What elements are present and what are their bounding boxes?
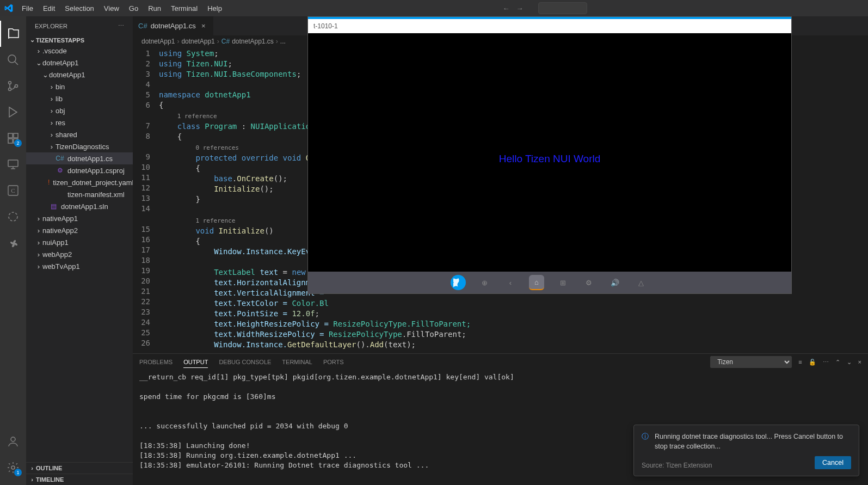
menu-run[interactable]: Run [144, 2, 165, 15]
timeline-section[interactable]: ›TIMELINE [26, 474, 133, 485]
settings-badge: 1 [14, 469, 22, 476]
panel-lock-icon[interactable]: 🔓 [809, 359, 816, 366]
csproj-icon: ⚙ [56, 166, 64, 175]
menu-file[interactable]: File [17, 2, 38, 15]
menu-go[interactable]: Go [125, 2, 143, 15]
tree-item-nuiapp1[interactable]: ›nuiApp1 [26, 236, 133, 248]
svg-text:C: C [11, 187, 15, 194]
svg-rect-8 [8, 160, 18, 167]
xml-icon [56, 190, 64, 199]
tree-item-tizendiagnostics[interactable]: ›TizenDiagnostics [26, 140, 133, 152]
cancel-button[interactable]: Cancel [815, 456, 851, 469]
tree-item-nativeapp1[interactable]: ›nativeApp1 [26, 212, 133, 224]
panel-filter-icon[interactable]: ≡ [798, 359, 802, 365]
panel-tab-debug[interactable]: DEBUG CONSOLE [219, 357, 271, 367]
panel-close-icon[interactable]: × [858, 359, 861, 365]
tree-item-dotnetapp1-cs[interactable]: C#dotnetApp1.cs [26, 152, 133, 164]
tree-item-dotnetapp1-sln[interactable]: ▤dotnetApp1.sln [26, 200, 133, 212]
info-icon: ⓘ [642, 432, 650, 452]
tree-item-nativeapp2[interactable]: ›nativeApp2 [26, 224, 133, 236]
tree-item-bin[interactable]: ›bin [26, 81, 133, 93]
svg-point-13 [11, 466, 15, 469]
panel-tab-terminal[interactable]: TERMINAL [282, 357, 312, 367]
taskbar-notification-icon[interactable]: △ [633, 275, 649, 290]
emulator-screen: Hello Tizen NUI World ⊕ ‹ ⌂ ⊞ ⚙ 🔊 △ [308, 33, 791, 293]
taskbar-settings-icon[interactable]: ⚙ [581, 275, 596, 290]
nav-arrows: ← → [502, 4, 523, 13]
tree-item-dotnetapp1[interactable]: ⌄dotnetApp1 [26, 57, 133, 69]
tree-item-webtvapp1[interactable]: ›webTvApp1 [26, 260, 133, 272]
svg-rect-5 [14, 133, 18, 138]
tree-item-webapp2[interactable]: ›webApp2 [26, 248, 133, 260]
panel-tab-output[interactable]: OUTPUT [183, 357, 208, 368]
output-channel-select[interactable]: Tizen [710, 356, 792, 368]
notification-toast: ⓘ Running dotnet trace diagnostics tool.… [633, 425, 859, 477]
panel-more-icon[interactable]: ⋯ [823, 359, 829, 366]
tree-item--vscode[interactable]: ›.vscode [26, 45, 133, 57]
tree-item-tizen-manifest-xml[interactable]: tizen-manifest.xml [26, 188, 133, 200]
tree-item-shared[interactable]: ›shared [26, 128, 133, 140]
tree-item-dotnetapp1-csproj[interactable]: ⚙dotnetApp1.csproj [26, 164, 133, 176]
taskbar-volume-icon[interactable]: 🔊 [607, 275, 623, 290]
activity-account[interactable] [0, 428, 26, 455]
notification-message: Running dotnet trace diagnostics tool...… [655, 432, 851, 452]
tab-dotnetapp1[interactable]: C# dotnetApp1.cs × [133, 16, 214, 35]
panel-maximize-icon[interactable]: ⌃ [835, 359, 840, 366]
menu-terminal[interactable]: Terminal [167, 2, 202, 15]
explorer-more-icon[interactable]: ⋯ [118, 22, 124, 29]
tree-item-obj[interactable]: ›obj [26, 105, 133, 116]
svg-point-0 [8, 55, 16, 63]
yaml-icon: ! [48, 178, 50, 187]
nav-forward-icon[interactable]: → [516, 4, 523, 13]
notification-source: Source: Tizen Extension [642, 462, 712, 469]
emulator-window[interactable]: t-1010-1 Hello Tizen NUI World ⊕ ‹ ⌂ ⊞ ⚙… [307, 16, 792, 294]
tree-item-dotnetapp1[interactable]: ⌄dotnetApp1 [26, 69, 133, 81]
explorer-sidebar: EXPLORER ⋯ ⌄TIZENTESTAPPS ›.vscode⌄dotne… [26, 16, 133, 485]
activity-run-debug[interactable] [0, 99, 26, 125]
emulator-taskbar: ⊕ ‹ ⌂ ⊞ ⚙ 🔊 △ [308, 272, 791, 293]
activity-remote[interactable] [0, 151, 26, 177]
panel-tab-ports[interactable]: PORTS [323, 357, 344, 367]
vscode-logo-icon [4, 4, 13, 13]
main-menu: File Edit Selection View Go Run Terminal… [17, 2, 226, 15]
taskbar-home-icon[interactable]: ⌂ [529, 275, 544, 290]
project-root[interactable]: ⌄TIZENTESTAPPS [26, 35, 133, 45]
taskbar-back-icon[interactable]: ‹ [503, 275, 518, 290]
activity-tizen-fan[interactable] [0, 230, 26, 256]
command-center[interactable] [538, 2, 587, 14]
svg-point-11 [9, 212, 17, 221]
outline-section[interactable]: ›OUTLINE [26, 462, 133, 474]
panel-collapse-icon[interactable]: ⌄ [847, 359, 852, 366]
activity-explorer[interactable] [0, 21, 26, 47]
tree-item-tizen_dotnet_project-yaml[interactable]: !tizen_dotnet_project.yaml [26, 176, 133, 188]
tree-item-res[interactable]: ›res [26, 116, 133, 128]
activity-extensions[interactable]: 2 [0, 125, 26, 151]
svg-point-12 [11, 437, 15, 441]
extensions-badge: 2 [14, 139, 22, 147]
menu-view[interactable]: View [100, 2, 124, 15]
file-tree: ›.vscode⌄dotnetApp1⌄dotnetApp1›bin›lib›o… [26, 45, 133, 462]
svg-rect-4 [8, 133, 13, 138]
activity-source-control[interactable] [0, 73, 26, 99]
menu-selection[interactable]: Selection [60, 2, 98, 15]
activity-tizen-c[interactable]: C [0, 177, 26, 204]
activity-search[interactable] [0, 47, 26, 73]
tree-item-lib[interactable]: ›lib [26, 93, 133, 105]
svg-point-3 [15, 85, 18, 88]
tab-close-icon[interactable]: × [199, 22, 208, 30]
activity-settings[interactable]: 1 [0, 455, 26, 481]
tab-label: dotnetApp1.cs [151, 22, 196, 30]
emulator-title-bar[interactable]: t-1010-1 [308, 17, 791, 33]
menu-edit[interactable]: Edit [39, 2, 59, 15]
menu-help[interactable]: Help [203, 2, 226, 15]
activity-tizen-loading[interactable] [0, 204, 26, 230]
svg-point-2 [9, 88, 11, 91]
tizen-logo-icon[interactable] [451, 275, 466, 290]
panel-tab-problems[interactable]: PROBLEMS [139, 357, 173, 367]
taskbar-add-icon[interactable]: ⊕ [477, 275, 492, 290]
activity-bar: 2 C 1 [0, 16, 26, 485]
explorer-title: EXPLORER [35, 23, 67, 29]
nav-back-icon[interactable]: ← [502, 4, 509, 13]
cs-icon: C# [56, 154, 64, 163]
taskbar-apps-icon[interactable]: ⊞ [555, 275, 570, 290]
